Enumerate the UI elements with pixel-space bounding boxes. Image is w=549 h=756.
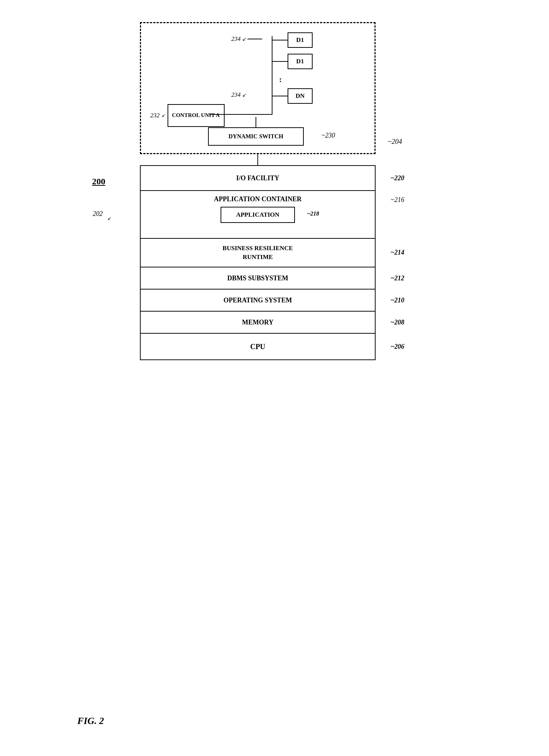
hline-dn <box>272 96 288 96</box>
layer-business: BUSINESS RESILIENCERUNTIME ~214 <box>141 239 375 267</box>
io-subsystem-devices: 234 ↙ D1 D1 : <box>150 32 365 117</box>
layer-io: I/O FACILITY ~220 <box>141 166 375 191</box>
layer-dbms: DBMS SUBSYSTEM ~212 <box>141 267 375 290</box>
ref-218: ~218 <box>307 210 319 217</box>
device-row-1: 234 ↙ <box>231 35 262 43</box>
ctrl-to-switch-vline <box>256 117 256 127</box>
ref-208: ~208 <box>391 319 404 326</box>
dynamic-switch-area: DYNAMIC SWITCH ~230 <box>150 117 365 146</box>
device-row-dn: 234 ↙ <box>231 91 247 99</box>
ref-220: ~220 <box>391 174 404 182</box>
hline-d1-second <box>272 61 288 62</box>
dots-separator: : <box>279 75 282 84</box>
hline-d1-first <box>272 40 288 40</box>
main-diagram: ~204 234 ↙ D1 <box>103 22 434 360</box>
ref-214: ~214 <box>391 248 404 257</box>
dynamic-switch-box: DYNAMIC SWITCH <box>208 127 304 146</box>
ref-234a: 234 <box>231 35 241 43</box>
ref-230: ~230 <box>321 132 335 139</box>
ref-210: ~210 <box>391 297 404 304</box>
application-inner-box: APPLICATION ~218 <box>221 207 295 223</box>
layer-app-container: APPLICATION CONTAINER APPLICATION ~218 ~… <box>141 191 375 239</box>
figure-caption: FIG. 2 <box>77 716 104 727</box>
bus-to-control-vline <box>272 104 272 115</box>
ref-204-label: ~204 <box>388 138 402 146</box>
app-container-title: APPLICATION CONTAINER <box>214 195 302 203</box>
main-computer-box: 202 ↙ I/O FACILITY ~220 APPLICATION CONT… <box>140 165 376 360</box>
layer-memory: MEMORY ~208 <box>141 312 375 334</box>
device-dn: DN <box>288 88 313 104</box>
layer-os: OPERATING SYSTEM ~210 <box>141 290 375 312</box>
dynamic-switch-wrapper: DYNAMIC SWITCH ~230 <box>208 127 304 146</box>
subsystem-to-main-vline <box>257 154 258 165</box>
device-d1-second: D1 <box>288 54 313 69</box>
ref-212: ~212 <box>391 274 404 282</box>
ref-206: ~206 <box>391 343 404 351</box>
ref-202: 202 <box>93 210 103 218</box>
ref-234b: 234 <box>231 91 241 99</box>
bus-to-control-hline <box>209 114 272 115</box>
ref-200: 200 <box>92 177 105 187</box>
ref-216: ~216 <box>391 196 404 204</box>
vertical-bus-line <box>272 36 272 104</box>
layer-cpu: CPU ~206 <box>141 334 375 359</box>
device-d1-first: D1 <box>288 32 313 48</box>
